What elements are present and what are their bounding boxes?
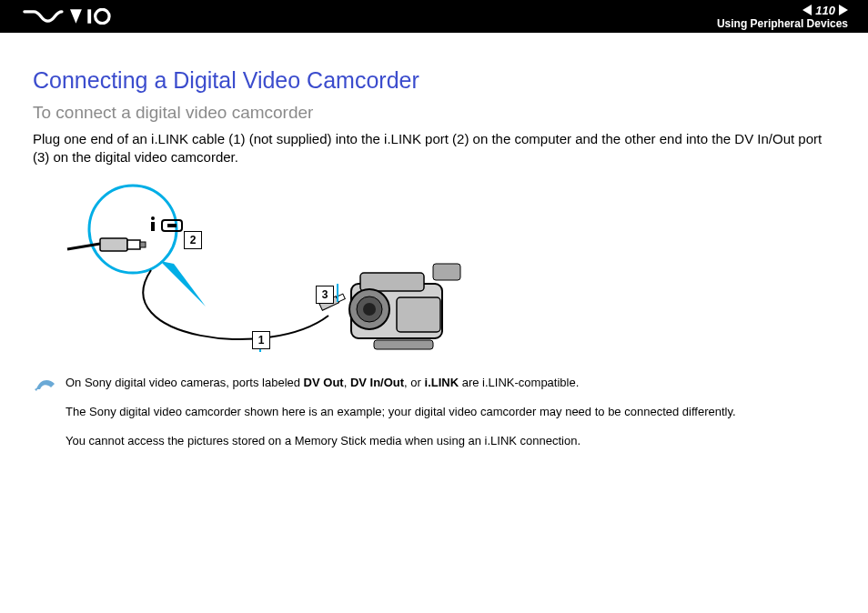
svg-rect-8	[100, 238, 127, 251]
svg-point-2	[89, 186, 177, 273]
svg-point-1	[96, 9, 109, 23]
svg-rect-14	[360, 273, 424, 291]
notes-block: On Sony digital video cameras, ports lab…	[33, 375, 835, 450]
svg-point-3	[151, 216, 155, 220]
page-number: 110	[815, 5, 835, 16]
next-page-icon[interactable]	[839, 5, 848, 15]
svg-rect-19	[433, 264, 460, 280]
svg-rect-6	[167, 224, 177, 227]
svg-rect-10	[140, 242, 146, 247]
page-title: Connecting a Digital Video Camcorder	[33, 67, 835, 94]
diagram-label-2: 2	[184, 231, 202, 249]
connection-diagram: 2 1 3	[51, 184, 524, 366]
svg-rect-18	[397, 297, 440, 332]
header-right: 110 Using Peripheral Devices	[717, 5, 848, 29]
section-label: Using Peripheral Devices	[717, 18, 848, 29]
body-paragraph: Plug one end of an i.LINK cable (1) (not…	[33, 130, 835, 167]
page-navigator[interactable]: 110	[802, 5, 848, 16]
svg-rect-0	[87, 9, 91, 23]
svg-rect-9	[127, 240, 140, 249]
note-3: You cannot access the pictures stored on…	[66, 433, 835, 449]
page-subtitle: To connect a digital video camcorder	[33, 103, 835, 123]
diagram-label-1: 1	[252, 331, 270, 349]
diagram-label-3: 3	[316, 286, 334, 304]
svg-point-17	[363, 303, 376, 316]
page-header: 110 Using Peripheral Devices	[0, 0, 868, 33]
vaio-logo	[20, 8, 120, 25]
svg-rect-20	[374, 340, 433, 349]
note-1: On Sony digital video cameras, ports lab…	[66, 375, 835, 391]
prev-page-icon[interactable]	[802, 5, 812, 15]
page-content: Connecting a Digital Video Camcorder To …	[0, 33, 868, 449]
note-2: The Sony digital video camcorder shown h…	[66, 404, 835, 420]
camcorder-icon	[349, 264, 460, 349]
note-icon	[33, 375, 58, 393]
svg-rect-4	[151, 222, 155, 231]
